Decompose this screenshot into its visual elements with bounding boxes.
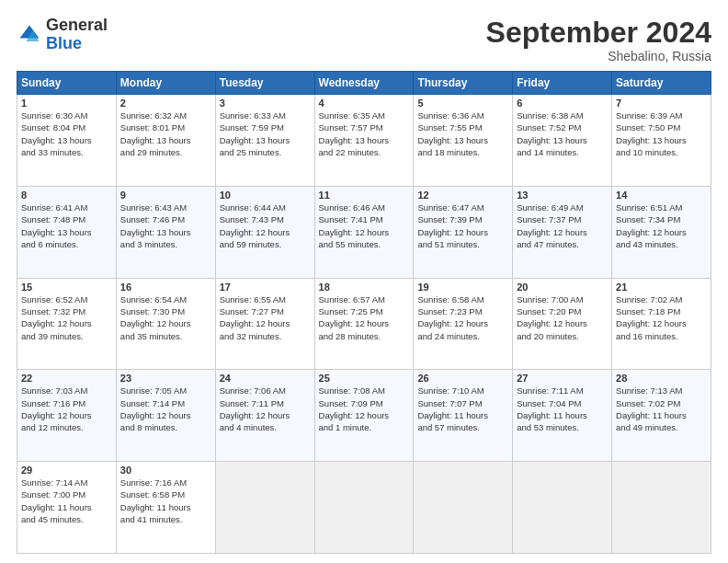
weekday-header-thursday: Thursday [414, 72, 513, 95]
weekday-header-sunday: Sunday [17, 72, 117, 95]
day-info: Sunrise: 6:46 AM Sunset: 7:41 PM Dayligh… [319, 201, 410, 250]
weekday-header-wednesday: Wednesday [314, 72, 414, 95]
weekday-header-saturday: Saturday [612, 72, 711, 95]
logo: General Blue [17, 17, 108, 53]
day-number: 22 [21, 373, 112, 384]
calendar-cell: 3Sunrise: 6:33 AM Sunset: 7:59 PM Daylig… [215, 95, 314, 187]
day-info: Sunrise: 7:10 AM Sunset: 7:07 PM Dayligh… [417, 385, 508, 433]
calendar-cell: 13Sunrise: 6:49 AM Sunset: 7:37 PM Dayli… [513, 186, 612, 278]
day-number: 7 [616, 98, 707, 109]
day-info: Sunrise: 6:41 AM Sunset: 7:48 PM Dayligh… [21, 201, 112, 250]
calendar-cell: 26Sunrise: 7:10 AM Sunset: 7:07 PM Dayli… [414, 370, 513, 462]
day-info: Sunrise: 6:47 AM Sunset: 7:39 PM Dayligh… [417, 201, 508, 250]
calendar-cell: 18Sunrise: 6:57 AM Sunset: 7:25 PM Dayli… [314, 278, 414, 370]
calendar-cell [215, 462, 314, 554]
calendar-cell: 24Sunrise: 7:06 AM Sunset: 7:11 PM Dayli… [215, 370, 314, 462]
day-info: Sunrise: 7:06 AM Sunset: 7:11 PM Dayligh… [220, 385, 311, 433]
day-number: 21 [616, 282, 707, 293]
page: General Blue September 2024 Shebalino, R… [0, 0, 728, 563]
day-info: Sunrise: 6:33 AM Sunset: 7:59 PM Dayligh… [220, 109, 311, 158]
day-number: 1 [21, 98, 112, 109]
calendar-cell: 7Sunrise: 6:39 AM Sunset: 7:50 PM Daylig… [612, 95, 711, 187]
logo-general-text: General [46, 16, 108, 34]
week-row-4: 22Sunrise: 7:03 AM Sunset: 7:16 PM Dayli… [17, 370, 711, 462]
calendar-cell: 5Sunrise: 6:36 AM Sunset: 7:55 PM Daylig… [414, 95, 513, 187]
day-info: Sunrise: 7:13 AM Sunset: 7:02 PM Dayligh… [616, 385, 707, 433]
week-row-3: 15Sunrise: 6:52 AM Sunset: 7:32 PM Dayli… [17, 278, 711, 370]
calendar-cell [513, 462, 612, 554]
header: General Blue September 2024 Shebalino, R… [17, 17, 711, 63]
day-info: Sunrise: 7:11 AM Sunset: 7:04 PM Dayligh… [517, 385, 608, 433]
day-number: 25 [319, 373, 410, 384]
week-row-2: 8Sunrise: 6:41 AM Sunset: 7:48 PM Daylig… [17, 186, 711, 278]
calendar-cell: 4Sunrise: 6:35 AM Sunset: 7:57 PM Daylig… [314, 95, 414, 187]
calendar-cell: 11Sunrise: 6:46 AM Sunset: 7:41 PM Dayli… [314, 186, 414, 278]
weekday-header-tuesday: Tuesday [215, 72, 314, 95]
month-title: September 2024 [486, 17, 711, 49]
day-number: 28 [616, 373, 707, 384]
day-number: 16 [120, 282, 211, 293]
calendar-cell: 10Sunrise: 6:44 AM Sunset: 7:43 PM Dayli… [215, 186, 314, 278]
day-info: Sunrise: 6:57 AM Sunset: 7:25 PM Dayligh… [319, 293, 410, 342]
calendar-cell: 30Sunrise: 7:16 AM Sunset: 6:58 PM Dayli… [116, 462, 215, 554]
week-row-5: 29Sunrise: 7:14 AM Sunset: 7:00 PM Dayli… [17, 462, 711, 554]
day-number: 29 [21, 465, 112, 476]
weekday-header-row: SundayMondayTuesdayWednesdayThursdayFrid… [17, 72, 711, 95]
day-info: Sunrise: 6:36 AM Sunset: 7:55 PM Dayligh… [417, 109, 508, 158]
calendar-cell [612, 462, 711, 554]
day-number: 9 [120, 190, 211, 201]
calendar-cell: 23Sunrise: 7:05 AM Sunset: 7:14 PM Dayli… [116, 370, 215, 462]
day-info: Sunrise: 6:49 AM Sunset: 7:37 PM Dayligh… [517, 201, 608, 250]
calendar-body: 1Sunrise: 6:30 AM Sunset: 8:04 PM Daylig… [17, 95, 711, 554]
week-row-1: 1Sunrise: 6:30 AM Sunset: 8:04 PM Daylig… [17, 95, 711, 187]
title-block: September 2024 Shebalino, Russia [486, 17, 711, 63]
day-info: Sunrise: 7:16 AM Sunset: 6:58 PM Dayligh… [120, 477, 211, 525]
calendar-cell: 27Sunrise: 7:11 AM Sunset: 7:04 PM Dayli… [513, 370, 612, 462]
calendar-cell: 9Sunrise: 6:43 AM Sunset: 7:46 PM Daylig… [116, 186, 215, 278]
day-number: 24 [220, 373, 311, 384]
calendar-cell: 21Sunrise: 7:02 AM Sunset: 7:18 PM Dayli… [612, 278, 711, 370]
calendar-cell: 8Sunrise: 6:41 AM Sunset: 7:48 PM Daylig… [17, 186, 117, 278]
day-number: 10 [220, 190, 311, 201]
day-number: 12 [417, 190, 508, 201]
day-number: 3 [220, 98, 311, 109]
calendar-cell: 20Sunrise: 7:00 AM Sunset: 7:20 PM Dayli… [513, 278, 612, 370]
day-number: 20 [517, 282, 608, 293]
day-number: 14 [616, 190, 707, 201]
day-info: Sunrise: 6:39 AM Sunset: 7:50 PM Dayligh… [616, 109, 707, 158]
calendar-cell: 15Sunrise: 6:52 AM Sunset: 7:32 PM Dayli… [17, 278, 117, 370]
calendar-cell: 12Sunrise: 6:47 AM Sunset: 7:39 PM Dayli… [414, 186, 513, 278]
day-number: 26 [417, 373, 508, 384]
day-info: Sunrise: 6:38 AM Sunset: 7:52 PM Dayligh… [517, 109, 608, 158]
day-info: Sunrise: 7:05 AM Sunset: 7:14 PM Dayligh… [120, 385, 211, 433]
location: Shebalino, Russia [486, 49, 711, 63]
calendar-cell: 6Sunrise: 6:38 AM Sunset: 7:52 PM Daylig… [513, 95, 612, 187]
day-info: Sunrise: 7:00 AM Sunset: 7:20 PM Dayligh… [517, 293, 608, 342]
day-number: 8 [21, 190, 112, 201]
day-info: Sunrise: 6:55 AM Sunset: 7:27 PM Dayligh… [220, 293, 311, 342]
day-info: Sunrise: 6:32 AM Sunset: 8:01 PM Dayligh… [120, 109, 211, 158]
day-number: 5 [417, 98, 508, 109]
day-number: 23 [120, 373, 211, 384]
day-info: Sunrise: 6:54 AM Sunset: 7:30 PM Dayligh… [120, 293, 211, 342]
calendar-cell: 25Sunrise: 7:08 AM Sunset: 7:09 PM Dayli… [314, 370, 414, 462]
calendar-cell [314, 462, 414, 554]
logo-icon [17, 22, 42, 48]
day-info: Sunrise: 7:14 AM Sunset: 7:00 PM Dayligh… [21, 477, 112, 525]
day-info: Sunrise: 7:08 AM Sunset: 7:09 PM Dayligh… [319, 385, 410, 433]
calendar-cell: 17Sunrise: 6:55 AM Sunset: 7:27 PM Dayli… [215, 278, 314, 370]
day-number: 27 [517, 373, 608, 384]
calendar-cell: 29Sunrise: 7:14 AM Sunset: 7:00 PM Dayli… [17, 462, 117, 554]
day-info: Sunrise: 6:58 AM Sunset: 7:23 PM Dayligh… [417, 293, 508, 342]
day-info: Sunrise: 6:35 AM Sunset: 7:57 PM Dayligh… [319, 109, 410, 158]
day-info: Sunrise: 6:51 AM Sunset: 7:34 PM Dayligh… [616, 201, 707, 250]
calendar-cell: 2Sunrise: 6:32 AM Sunset: 8:01 PM Daylig… [116, 95, 215, 187]
day-number: 2 [120, 98, 211, 109]
day-number: 15 [21, 282, 112, 293]
day-number: 30 [120, 465, 211, 476]
day-info: Sunrise: 7:02 AM Sunset: 7:18 PM Dayligh… [616, 293, 707, 342]
day-number: 13 [517, 190, 608, 201]
logo-blue-text: Blue [46, 34, 82, 52]
day-number: 18 [319, 282, 410, 293]
calendar-cell: 22Sunrise: 7:03 AM Sunset: 7:16 PM Dayli… [17, 370, 117, 462]
